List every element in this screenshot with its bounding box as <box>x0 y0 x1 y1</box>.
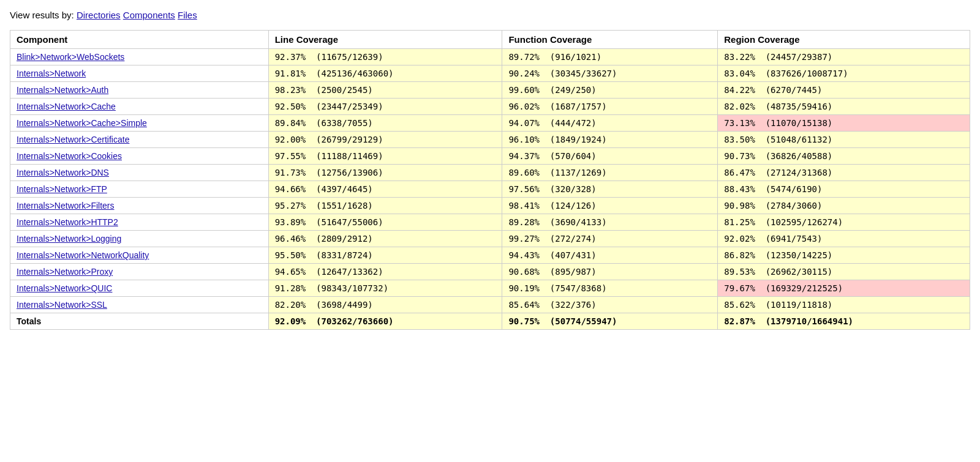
component-link[interactable]: Internals>Network>HTTP2 <box>17 217 118 227</box>
region-coverage-cell: 90.73% (36826/40588) <box>718 148 970 165</box>
component-cell: Internals>Network>HTTP2 <box>10 214 269 231</box>
component-cell: Internals>Network>FTP <box>10 181 269 198</box>
component-link[interactable]: Internals>Network>Cookies <box>17 151 122 161</box>
region-coverage-cell: 88.43% (5474/6190) <box>718 181 970 198</box>
line-coverage-cell: 97.55% (11188/11469) <box>268 148 502 165</box>
function-coverage-cell: 89.72% (916/1021) <box>502 49 718 65</box>
component-link[interactable]: Internals>Network>SSL <box>17 300 107 310</box>
function-coverage-cell: 97.56% (320/328) <box>502 181 718 198</box>
component-link[interactable]: Internals>Network>QUIC <box>17 283 112 293</box>
region-coverage-cell: 82.02% (48735/59416) <box>718 99 970 115</box>
component-link[interactable]: Internals>Network>Auth <box>17 85 108 95</box>
function-coverage-cell: 89.28% (3690/4133) <box>502 214 718 231</box>
function-coverage-cell: 85.64% (322/376) <box>502 297 718 313</box>
table-row: Internals>Network>SSL 82.20% (3698/4499)… <box>10 297 970 313</box>
function-coverage-cell: 90.19% (7547/8368) <box>502 280 718 297</box>
component-cell: Internals>Network>Cookies <box>10 148 269 165</box>
component-cell: Internals>Network>Filters <box>10 198 269 214</box>
region-coverage-cell: 81.25% (102595/126274) <box>718 214 970 231</box>
region-coverage-cell: 73.13% (11070/15138) <box>718 115 970 132</box>
function-coverage-cell: 90.24% (30345/33627) <box>502 65 718 82</box>
component-link[interactable]: Internals>Network>NetworkQuality <box>17 250 149 260</box>
directories-link[interactable]: Directories <box>77 10 121 20</box>
component-cell: Blink>Network>WebSockets <box>10 49 269 65</box>
line-coverage-cell: 96.46% (2809/2912) <box>268 231 502 247</box>
table-row: Blink>Network>WebSockets 92.37% (11675/1… <box>10 49 970 65</box>
component-link[interactable]: Internals>Network>Filters <box>17 201 115 211</box>
function-coverage-cell: 89.60% (1137/1269) <box>502 165 718 181</box>
component-cell: Internals>Network>Cache <box>10 99 269 115</box>
components-link[interactable]: Components <box>123 10 175 20</box>
component-link[interactable]: Internals>Network>Proxy <box>17 267 113 277</box>
table-row: Internals>Network>Cache>Simple 89.84% (6… <box>10 115 970 132</box>
table-row: Internals>Network>HTTP2 93.89% (51647/55… <box>10 214 970 231</box>
component-cell: Internals>Network>SSL <box>10 297 269 313</box>
totals-row: Totals 92.09% (703262/763660) 90.75% (50… <box>10 313 970 330</box>
region-coverage-cell: 90.98% (2784/3060) <box>718 198 970 214</box>
region-coverage-cell: 85.62% (10119/11818) <box>718 297 970 313</box>
line-coverage-cell: 94.66% (4397/4645) <box>268 181 502 198</box>
table-row: Internals>Network>Cookies 97.55% (11188/… <box>10 148 970 165</box>
totals-line-coverage: 92.09% (703262/763660) <box>268 313 502 330</box>
table-header-row: Component Line Coverage Function Coverag… <box>10 31 970 49</box>
region-coverage-cell: 79.67% (169329/212525) <box>718 280 970 297</box>
table-row: Internals>Network 91.81% (425136/463060)… <box>10 65 970 82</box>
region-coverage-cell: 92.02% (6941/7543) <box>718 231 970 247</box>
line-coverage-cell: 92.00% (26799/29129) <box>268 132 502 148</box>
totals-region-coverage: 82.87% (1379710/1664941) <box>718 313 970 330</box>
component-cell: Internals>Network>Auth <box>10 82 269 99</box>
function-coverage-cell: 98.41% (124/126) <box>502 198 718 214</box>
header-region-coverage: Region Coverage <box>718 31 970 49</box>
function-coverage-cell: 99.27% (272/274) <box>502 231 718 247</box>
component-link[interactable]: Internals>Network>Certificate <box>17 135 129 144</box>
table-row: Internals>Network>Auth 98.23% (2500/2545… <box>10 82 970 99</box>
table-row: Internals>Network>Filters 95.27% (1551/1… <box>10 198 970 214</box>
table-row: Internals>Network>FTP 94.66% (4397/4645)… <box>10 181 970 198</box>
line-coverage-cell: 95.27% (1551/1628) <box>268 198 502 214</box>
region-coverage-cell: 83.04% (837626/1008717) <box>718 65 970 82</box>
line-coverage-cell: 94.65% (12647/13362) <box>268 264 502 280</box>
header-function-coverage: Function Coverage <box>502 31 718 49</box>
table-row: Internals>Network>NetworkQuality 95.50% … <box>10 247 970 264</box>
region-coverage-cell: 86.47% (27124/31368) <box>718 165 970 181</box>
line-coverage-cell: 98.23% (2500/2545) <box>268 82 502 99</box>
component-cell: Internals>Network>Cache>Simple <box>10 115 269 132</box>
line-coverage-cell: 82.20% (3698/4499) <box>268 297 502 313</box>
function-coverage-cell: 94.43% (407/431) <box>502 247 718 264</box>
component-link[interactable]: Internals>Network <box>17 69 86 78</box>
component-cell: Internals>Network>QUIC <box>10 280 269 297</box>
table-row: Internals>Network>QUIC 91.28% (98343/107… <box>10 280 970 297</box>
component-link[interactable]: Internals>Network>Logging <box>17 234 121 244</box>
view-results-bar: View results by: Directories Components … <box>10 10 970 20</box>
table-row: Internals>Network>Cache 92.50% (23447/25… <box>10 99 970 115</box>
component-cell: Internals>Network>DNS <box>10 165 269 181</box>
component-cell: Internals>Network>Certificate <box>10 132 269 148</box>
component-link[interactable]: Internals>Network>FTP <box>17 184 107 194</box>
region-coverage-cell: 83.22% (24457/29387) <box>718 49 970 65</box>
header-component: Component <box>10 31 269 49</box>
region-coverage-cell: 89.53% (26962/30115) <box>718 264 970 280</box>
line-coverage-cell: 92.37% (11675/12639) <box>268 49 502 65</box>
function-coverage-cell: 90.68% (895/987) <box>502 264 718 280</box>
function-coverage-cell: 94.37% (570/604) <box>502 148 718 165</box>
table-row: Internals>Network>Certificate 92.00% (26… <box>10 132 970 148</box>
component-link[interactable]: Blink>Network>WebSockets <box>17 52 124 62</box>
component-link[interactable]: Internals>Network>Cache>Simple <box>17 118 147 128</box>
files-link[interactable]: Files <box>178 10 197 20</box>
function-coverage-cell: 96.10% (1849/1924) <box>502 132 718 148</box>
region-coverage-cell: 84.22% (6270/7445) <box>718 82 970 99</box>
component-link[interactable]: Internals>Network>DNS <box>17 168 109 177</box>
table-row: Internals>Network>Logging 96.46% (2809/2… <box>10 231 970 247</box>
region-coverage-cell: 83.50% (51048/61132) <box>718 132 970 148</box>
region-coverage-cell: 86.82% (12350/14225) <box>718 247 970 264</box>
line-coverage-cell: 95.50% (8331/8724) <box>268 247 502 264</box>
totals-function-coverage: 90.75% (50774/55947) <box>502 313 718 330</box>
function-coverage-cell: 99.60% (249/250) <box>502 82 718 99</box>
table-row: Internals>Network>Proxy 94.65% (12647/13… <box>10 264 970 280</box>
function-coverage-cell: 96.02% (1687/1757) <box>502 99 718 115</box>
line-coverage-cell: 93.89% (51647/55006) <box>268 214 502 231</box>
component-link[interactable]: Internals>Network>Cache <box>17 102 116 111</box>
coverage-table: Component Line Coverage Function Coverag… <box>10 30 970 330</box>
component-cell: Internals>Network>Logging <box>10 231 269 247</box>
table-row: Internals>Network>DNS 91.73% (12756/1390… <box>10 165 970 181</box>
